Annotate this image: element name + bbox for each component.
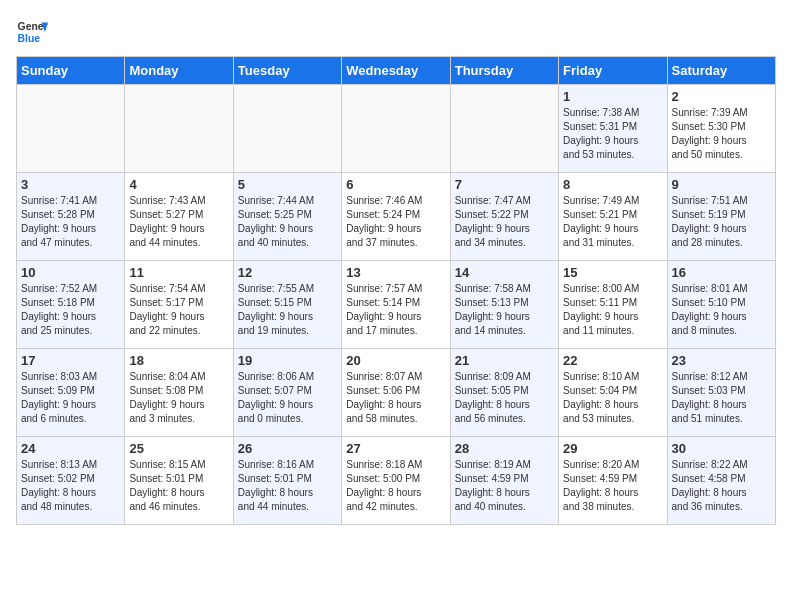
calendar-cell: 24Sunrise: 8:13 AM Sunset: 5:02 PM Dayli… bbox=[17, 437, 125, 525]
calendar-cell: 21Sunrise: 8:09 AM Sunset: 5:05 PM Dayli… bbox=[450, 349, 558, 437]
day-info: Sunrise: 8:07 AM Sunset: 5:06 PM Dayligh… bbox=[346, 370, 445, 426]
day-info: Sunrise: 8:03 AM Sunset: 5:09 PM Dayligh… bbox=[21, 370, 120, 426]
day-number: 24 bbox=[21, 441, 120, 456]
day-number: 27 bbox=[346, 441, 445, 456]
day-info: Sunrise: 8:04 AM Sunset: 5:08 PM Dayligh… bbox=[129, 370, 228, 426]
day-number: 11 bbox=[129, 265, 228, 280]
day-number: 6 bbox=[346, 177, 445, 192]
day-info: Sunrise: 8:22 AM Sunset: 4:58 PM Dayligh… bbox=[672, 458, 771, 514]
day-number: 12 bbox=[238, 265, 337, 280]
weekday-header: Wednesday bbox=[342, 57, 450, 85]
calendar-cell: 13Sunrise: 7:57 AM Sunset: 5:14 PM Dayli… bbox=[342, 261, 450, 349]
weekday-header: Sunday bbox=[17, 57, 125, 85]
calendar-cell: 30Sunrise: 8:22 AM Sunset: 4:58 PM Dayli… bbox=[667, 437, 775, 525]
logo-icon: General Blue bbox=[16, 16, 48, 48]
calendar-cell: 20Sunrise: 8:07 AM Sunset: 5:06 PM Dayli… bbox=[342, 349, 450, 437]
calendar-cell: 2Sunrise: 7:39 AM Sunset: 5:30 PM Daylig… bbox=[667, 85, 775, 173]
day-number: 9 bbox=[672, 177, 771, 192]
day-info: Sunrise: 7:54 AM Sunset: 5:17 PM Dayligh… bbox=[129, 282, 228, 338]
day-number: 26 bbox=[238, 441, 337, 456]
calendar-cell: 12Sunrise: 7:55 AM Sunset: 5:15 PM Dayli… bbox=[233, 261, 341, 349]
calendar-cell: 1Sunrise: 7:38 AM Sunset: 5:31 PM Daylig… bbox=[559, 85, 667, 173]
day-info: Sunrise: 7:57 AM Sunset: 5:14 PM Dayligh… bbox=[346, 282, 445, 338]
svg-text:Blue: Blue bbox=[18, 33, 41, 44]
day-info: Sunrise: 8:10 AM Sunset: 5:04 PM Dayligh… bbox=[563, 370, 662, 426]
day-info: Sunrise: 8:13 AM Sunset: 5:02 PM Dayligh… bbox=[21, 458, 120, 514]
day-info: Sunrise: 8:09 AM Sunset: 5:05 PM Dayligh… bbox=[455, 370, 554, 426]
day-info: Sunrise: 7:44 AM Sunset: 5:25 PM Dayligh… bbox=[238, 194, 337, 250]
day-number: 25 bbox=[129, 441, 228, 456]
calendar-cell: 23Sunrise: 8:12 AM Sunset: 5:03 PM Dayli… bbox=[667, 349, 775, 437]
calendar-cell: 11Sunrise: 7:54 AM Sunset: 5:17 PM Dayli… bbox=[125, 261, 233, 349]
weekday-header: Thursday bbox=[450, 57, 558, 85]
day-number: 20 bbox=[346, 353, 445, 368]
day-number: 23 bbox=[672, 353, 771, 368]
day-info: Sunrise: 8:06 AM Sunset: 5:07 PM Dayligh… bbox=[238, 370, 337, 426]
page-header: General Blue bbox=[16, 16, 776, 48]
day-number: 22 bbox=[563, 353, 662, 368]
day-number: 17 bbox=[21, 353, 120, 368]
day-info: Sunrise: 7:39 AM Sunset: 5:30 PM Dayligh… bbox=[672, 106, 771, 162]
day-info: Sunrise: 8:12 AM Sunset: 5:03 PM Dayligh… bbox=[672, 370, 771, 426]
day-number: 14 bbox=[455, 265, 554, 280]
day-info: Sunrise: 8:20 AM Sunset: 4:59 PM Dayligh… bbox=[563, 458, 662, 514]
day-info: Sunrise: 8:16 AM Sunset: 5:01 PM Dayligh… bbox=[238, 458, 337, 514]
calendar-cell: 10Sunrise: 7:52 AM Sunset: 5:18 PM Dayli… bbox=[17, 261, 125, 349]
day-info: Sunrise: 7:49 AM Sunset: 5:21 PM Dayligh… bbox=[563, 194, 662, 250]
calendar-cell: 19Sunrise: 8:06 AM Sunset: 5:07 PM Dayli… bbox=[233, 349, 341, 437]
day-number: 13 bbox=[346, 265, 445, 280]
day-number: 10 bbox=[21, 265, 120, 280]
calendar-table: SundayMondayTuesdayWednesdayThursdayFrid… bbox=[16, 56, 776, 525]
day-info: Sunrise: 7:41 AM Sunset: 5:28 PM Dayligh… bbox=[21, 194, 120, 250]
calendar-cell: 26Sunrise: 8:16 AM Sunset: 5:01 PM Dayli… bbox=[233, 437, 341, 525]
day-number: 8 bbox=[563, 177, 662, 192]
day-number: 3 bbox=[21, 177, 120, 192]
day-number: 16 bbox=[672, 265, 771, 280]
calendar-cell: 15Sunrise: 8:00 AM Sunset: 5:11 PM Dayli… bbox=[559, 261, 667, 349]
calendar-cell: 3Sunrise: 7:41 AM Sunset: 5:28 PM Daylig… bbox=[17, 173, 125, 261]
calendar-cell: 7Sunrise: 7:47 AM Sunset: 5:22 PM Daylig… bbox=[450, 173, 558, 261]
day-info: Sunrise: 8:19 AM Sunset: 4:59 PM Dayligh… bbox=[455, 458, 554, 514]
day-info: Sunrise: 8:00 AM Sunset: 5:11 PM Dayligh… bbox=[563, 282, 662, 338]
calendar-cell: 29Sunrise: 8:20 AM Sunset: 4:59 PM Dayli… bbox=[559, 437, 667, 525]
day-number: 19 bbox=[238, 353, 337, 368]
calendar-cell: 14Sunrise: 7:58 AM Sunset: 5:13 PM Dayli… bbox=[450, 261, 558, 349]
calendar-cell: 4Sunrise: 7:43 AM Sunset: 5:27 PM Daylig… bbox=[125, 173, 233, 261]
day-number: 28 bbox=[455, 441, 554, 456]
day-number: 21 bbox=[455, 353, 554, 368]
day-number: 30 bbox=[672, 441, 771, 456]
calendar-cell: 27Sunrise: 8:18 AM Sunset: 5:00 PM Dayli… bbox=[342, 437, 450, 525]
logo: General Blue bbox=[16, 16, 48, 48]
calendar-cell: 5Sunrise: 7:44 AM Sunset: 5:25 PM Daylig… bbox=[233, 173, 341, 261]
weekday-header: Friday bbox=[559, 57, 667, 85]
calendar-cell: 6Sunrise: 7:46 AM Sunset: 5:24 PM Daylig… bbox=[342, 173, 450, 261]
calendar-cell bbox=[342, 85, 450, 173]
calendar-cell: 25Sunrise: 8:15 AM Sunset: 5:01 PM Dayli… bbox=[125, 437, 233, 525]
day-number: 18 bbox=[129, 353, 228, 368]
day-info: Sunrise: 7:46 AM Sunset: 5:24 PM Dayligh… bbox=[346, 194, 445, 250]
calendar-cell: 18Sunrise: 8:04 AM Sunset: 5:08 PM Dayli… bbox=[125, 349, 233, 437]
calendar-cell bbox=[17, 85, 125, 173]
weekday-header: Tuesday bbox=[233, 57, 341, 85]
day-info: Sunrise: 7:38 AM Sunset: 5:31 PM Dayligh… bbox=[563, 106, 662, 162]
calendar-cell: 28Sunrise: 8:19 AM Sunset: 4:59 PM Dayli… bbox=[450, 437, 558, 525]
calendar-cell: 16Sunrise: 8:01 AM Sunset: 5:10 PM Dayli… bbox=[667, 261, 775, 349]
day-info: Sunrise: 8:01 AM Sunset: 5:10 PM Dayligh… bbox=[672, 282, 771, 338]
calendar-cell: 22Sunrise: 8:10 AM Sunset: 5:04 PM Dayli… bbox=[559, 349, 667, 437]
day-number: 4 bbox=[129, 177, 228, 192]
calendar-cell: 9Sunrise: 7:51 AM Sunset: 5:19 PM Daylig… bbox=[667, 173, 775, 261]
calendar-cell bbox=[125, 85, 233, 173]
weekday-header: Saturday bbox=[667, 57, 775, 85]
day-number: 1 bbox=[563, 89, 662, 104]
day-number: 15 bbox=[563, 265, 662, 280]
calendar-cell bbox=[450, 85, 558, 173]
calendar-cell bbox=[233, 85, 341, 173]
day-number: 2 bbox=[672, 89, 771, 104]
day-info: Sunrise: 8:15 AM Sunset: 5:01 PM Dayligh… bbox=[129, 458, 228, 514]
day-number: 29 bbox=[563, 441, 662, 456]
weekday-header: Monday bbox=[125, 57, 233, 85]
calendar-cell: 17Sunrise: 8:03 AM Sunset: 5:09 PM Dayli… bbox=[17, 349, 125, 437]
day-number: 5 bbox=[238, 177, 337, 192]
day-info: Sunrise: 7:52 AM Sunset: 5:18 PM Dayligh… bbox=[21, 282, 120, 338]
day-info: Sunrise: 7:55 AM Sunset: 5:15 PM Dayligh… bbox=[238, 282, 337, 338]
